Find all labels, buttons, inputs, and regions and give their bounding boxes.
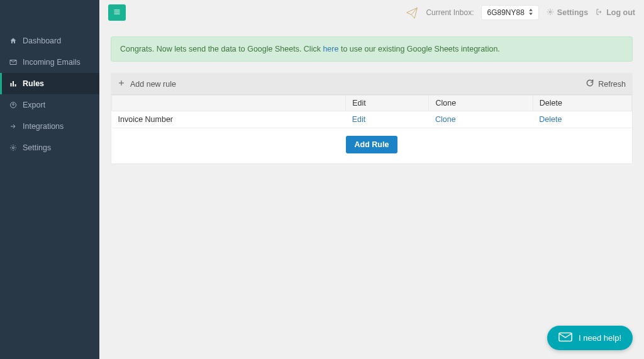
- sidebar-item-rules[interactable]: Rules: [0, 73, 99, 94]
- settings-link[interactable]: Settings: [547, 8, 588, 18]
- topbar: Current Inbox: 6G89NY88 Settings Log out: [99, 0, 644, 25]
- refresh-action[interactable]: Refresh: [586, 79, 626, 89]
- hamburger-icon: [113, 8, 121, 18]
- refresh-label: Refresh: [598, 80, 626, 89]
- help-widget-label: I need help!: [579, 333, 621, 343]
- content: Congrats. Now lets send the data to Goog…: [99, 25, 644, 359]
- clone-link[interactable]: Clone: [435, 115, 456, 124]
- settings-link-label: Settings: [557, 8, 588, 17]
- sidebar: Dashboard Incoming Emails Rules Export I…: [0, 0, 99, 359]
- table-row: Invoice Number Edit Clone Delete: [112, 111, 632, 128]
- svg-rect-2: [15, 84, 16, 87]
- gear-icon: [9, 143, 18, 152]
- sidebar-item-label: Incoming Emails: [23, 58, 80, 67]
- envelope-icon: [558, 332, 572, 344]
- sidebar-item-incoming-emails[interactable]: Incoming Emails: [0, 52, 99, 73]
- sort-caret-icon: [528, 8, 533, 17]
- bars-icon: [9, 79, 18, 88]
- sidebar-item-label: Settings: [23, 143, 51, 152]
- add-rule-button[interactable]: Add Rule: [346, 136, 398, 153]
- alert-text-before: Congrats. Now lets send the data to Goog…: [120, 45, 323, 53]
- svg-point-5: [549, 11, 551, 13]
- delete-link[interactable]: Delete: [539, 115, 562, 124]
- sidebar-spacer: [0, 0, 99, 30]
- panel-toolbar: Add new rule Refresh: [111, 74, 632, 95]
- add-new-rule-action[interactable]: Add new rule: [118, 79, 176, 89]
- alert-link-here[interactable]: here: [323, 45, 338, 53]
- table-header-row: Edit Clone Delete: [112, 96, 632, 111]
- logout-link[interactable]: Log out: [596, 8, 635, 18]
- sidebar-item-settings[interactable]: Settings: [0, 137, 99, 158]
- cell-rule-name: Invoice Number: [112, 111, 346, 128]
- col-edit: Edit: [346, 96, 429, 111]
- sidebar-item-dashboard[interactable]: Dashboard: [0, 30, 99, 52]
- success-alert: Congrats. Now lets send the data to Goog…: [111, 36, 633, 62]
- logout-icon: [596, 8, 603, 18]
- col-clone: Clone: [429, 96, 533, 111]
- sidebar-item-label: Export: [23, 101, 45, 109]
- circle-arrow-icon: [9, 101, 18, 109]
- inbox-select[interactable]: 6G89NY88: [481, 5, 538, 20]
- inbox-select-value: 6G89NY88: [487, 8, 524, 17]
- rules-table: Edit Clone Delete Invoice Number Edit Cl…: [111, 95, 632, 128]
- svg-rect-6: [559, 333, 572, 341]
- rules-panel: Add new rule Refresh Edit Clone Delete: [111, 73, 633, 164]
- menu-toggle-button[interactable]: [108, 4, 126, 21]
- envelope-icon: [9, 58, 18, 67]
- arrow-right-icon: [9, 122, 18, 131]
- refresh-icon: [586, 79, 594, 89]
- edit-link[interactable]: Edit: [352, 115, 366, 124]
- current-inbox-label: Current Inbox:: [426, 8, 474, 17]
- sidebar-item-label: Rules: [23, 79, 44, 88]
- sidebar-item-label: Dashboard: [23, 36, 61, 45]
- sidebar-item-export[interactable]: Export: [0, 94, 99, 116]
- sidebar-item-integrations[interactable]: Integrations: [0, 116, 99, 137]
- svg-rect-0: [11, 83, 12, 87]
- help-widget[interactable]: I need help!: [547, 326, 633, 350]
- add-new-rule-label: Add new rule: [130, 80, 176, 89]
- paper-plane-icon: [406, 6, 418, 19]
- sidebar-item-label: Integrations: [23, 122, 64, 131]
- home-icon: [9, 36, 18, 45]
- svg-point-4: [13, 147, 14, 149]
- col-delete: Delete: [533, 96, 631, 111]
- plus-icon: [118, 79, 125, 89]
- svg-rect-1: [13, 81, 14, 87]
- add-rule-wrap: Add Rule: [111, 128, 632, 163]
- logout-link-label: Log out: [606, 8, 635, 17]
- gear-icon: [547, 8, 554, 18]
- alert-text-after: to use our existing Google Sheets integr…: [338, 45, 499, 53]
- col-name: [112, 96, 346, 111]
